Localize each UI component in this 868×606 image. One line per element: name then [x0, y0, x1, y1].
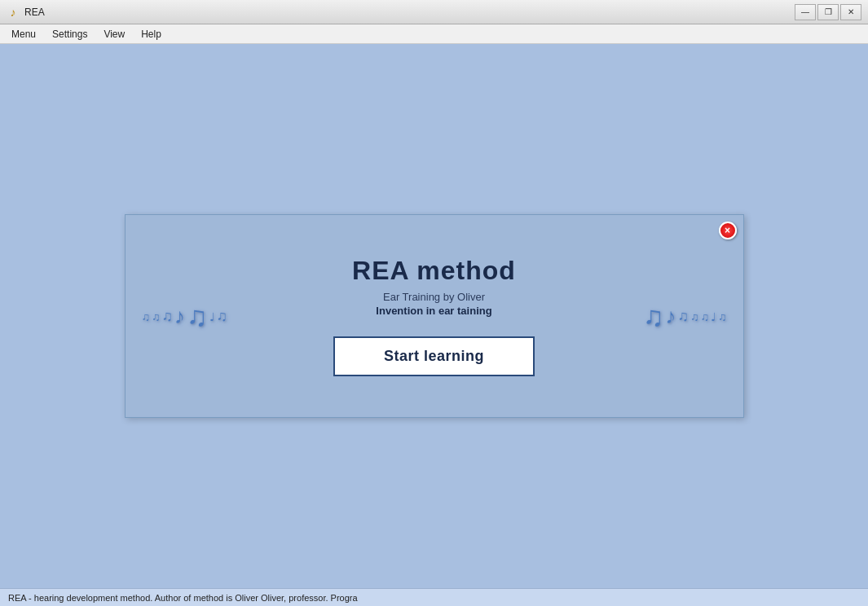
note-icon: ♫	[690, 310, 699, 323]
note-icon: ♩	[209, 310, 215, 323]
title-bar-left: ♪ REA	[7, 6, 45, 19]
note-icon: ♫	[643, 301, 664, 332]
minimize-button[interactable]: —	[795, 4, 816, 20]
dialog-title: REA method	[333, 256, 535, 286]
dialog-panel: × ♫ ♫ ♫ ♪ ♫ ♩ ♫ REA method Ear Training …	[125, 214, 744, 418]
window-controls: — ❒ ✕	[795, 4, 861, 20]
start-learning-button[interactable]: Start learning	[333, 336, 535, 376]
note-icon: ♫	[678, 308, 690, 325]
note-icon: ♫	[701, 310, 710, 323]
dialog-subtitle: Ear Training by Oliver	[333, 291, 535, 303]
dialog-close-button[interactable]: ×	[719, 222, 737, 239]
menu-item-menu[interactable]: Menu	[3, 27, 44, 42]
note-icon: ♫	[187, 301, 208, 332]
menu-item-settings[interactable]: Settings	[44, 27, 95, 42]
window-title: REA	[24, 7, 45, 18]
app-icon: ♪	[7, 6, 20, 19]
note-icon: ♫	[162, 308, 174, 325]
dialog-tagline: Invention in ear taining	[333, 305, 535, 317]
note-icon: ♪	[666, 304, 676, 329]
note-icon: ♫	[718, 310, 727, 323]
menu-item-view[interactable]: View	[95, 27, 133, 42]
close-button[interactable]: ✕	[840, 4, 861, 20]
status-text: REA - hearing development method. Author…	[8, 593, 358, 603]
dialog-center: REA method Ear Training by Oliver Invent…	[333, 256, 535, 376]
note-icon: ♫	[152, 310, 161, 323]
music-notes-left: ♫ ♫ ♫ ♪ ♫ ♩ ♫	[142, 301, 305, 332]
title-bar: ♪ REA — ❒ ✕	[0, 0, 868, 24]
menu-bar: Menu Settings View Help	[0, 24, 868, 44]
note-icon: ♫	[217, 308, 228, 325]
restore-button[interactable]: ❒	[817, 4, 839, 20]
note-icon: ♪	[174, 304, 185, 329]
note-icon: ♫	[142, 310, 151, 323]
note-icon: ♩	[711, 310, 716, 323]
menu-item-help[interactable]: Help	[133, 27, 170, 42]
music-notes-right: ♫ ♪ ♫ ♫ ♫ ♩ ♫	[564, 301, 727, 332]
status-bar: REA - hearing development method. Author…	[0, 588, 868, 606]
main-content: × ♫ ♫ ♫ ♪ ♫ ♩ ♫ REA method Ear Training …	[0, 44, 868, 588]
